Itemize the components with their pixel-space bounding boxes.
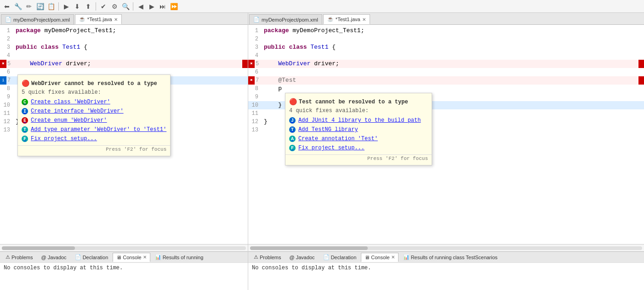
left-qf-item-4[interactable]: T Add type parameter 'WebDriver' to 'Tes…	[18, 125, 170, 134]
left-qf-item-2[interactable]: I Create interface 'WebDriver'	[18, 107, 170, 116]
right-tab-test1[interactable]: ☕ *Test1.java ✕	[323, 14, 370, 24]
right-qf-item-1[interactable]: J Add JUnit 4 library to the build path	[285, 116, 432, 125]
left-btab-results[interactable]: 📊 Results of running	[151, 253, 207, 262]
toolbar-btn-1[interactable]: ⬅	[2, 1, 12, 11]
left-gutter-7: i	[0, 76, 6, 85]
right-qf-item-4[interactable]: F Fix project setup...	[285, 143, 432, 153]
left-console-close[interactable]: ✕	[143, 255, 147, 260]
right-scrollbar-thumb	[250, 246, 368, 250]
left-line-5: ✖ 5 WebDriver driver;	[0, 60, 248, 68]
left-scrollbar-thumb	[2, 246, 75, 250]
pom-file-icon: 📄	[5, 17, 11, 23]
right-console-text: No consoles to display at this time.	[252, 265, 371, 271]
left-scrollbar[interactable]	[0, 244, 248, 251]
toolbar-btn-6[interactable]: ▶	[61, 1, 71, 11]
left-scrollbar-h[interactable]	[2, 246, 246, 250]
right-qf-error-text: Test cannot be resolved to a type	[299, 99, 408, 105]
right-tab-close[interactable]: ✕	[362, 17, 366, 22]
left-line-1: 1 package myDemoProject_Test1;	[0, 27, 248, 35]
left-tab-close[interactable]: ✕	[114, 17, 118, 22]
left-editor-panel: 📄 myDemoProject/pom.xml ☕ *Test1.java ✕ …	[0, 13, 248, 290]
toolbar-btn-8[interactable]: ⬆	[83, 1, 93, 11]
left-console-area: No consoles to display at this time.	[0, 262, 248, 290]
left-error-marker-5: ✖	[0, 60, 6, 68]
right-linenum-12: 12	[248, 118, 262, 126]
right-qf-icon-1: J	[289, 117, 296, 124]
right-scrollbar[interactable]	[248, 244, 644, 251]
left-btab-javadoc[interactable]: @ Javadoc	[37, 253, 70, 262]
left-linenum-8: 8	[0, 85, 14, 93]
right-quick-fix-popup[interactable]: 🔴 Test cannot be resolved to a type 4 qu…	[285, 93, 432, 165]
right-bottom-tab-bar: ⚠ Problems @ Javadoc 📄 Declaration 🖥 Con…	[248, 251, 644, 262]
left-linenum-3: 3	[0, 43, 14, 51]
left-code-area[interactable]: 1 package myDemoProject_Test1; 2 3 publi…	[0, 25, 248, 244]
right-line-4: 4	[248, 51, 644, 60]
toolbar-btn-2[interactable]: 🔧	[13, 1, 23, 11]
right-qf-icon-4: F	[289, 145, 296, 151]
right-linecontent-3: public class Test1 {	[262, 43, 644, 51]
right-qf-icon-3: A	[289, 136, 296, 142]
right-btab-declaration[interactable]: 📄 Declaration	[319, 253, 360, 262]
right-linenum-9: 9	[248, 93, 262, 101]
right-linenum-8: 8	[248, 85, 262, 93]
left-qf-item-1[interactable]: C Create class 'WebDriver'	[18, 97, 170, 107]
left-qf-icon-1: C	[22, 99, 28, 105]
left-linenum-4: 4	[0, 51, 14, 60]
left-tab-pom-label: myDemoProject/pom.xml	[13, 17, 70, 23]
left-linenum-12: 12	[0, 118, 14, 126]
right-line-5: ✖ 5 WebDriver driver;	[248, 60, 644, 68]
left-qf-icon-4: T	[22, 126, 28, 133]
toolbar-btn-13[interactable]: ▶	[147, 1, 157, 11]
right-btab-console[interactable]: 🖥 Console ✕	[361, 253, 398, 262]
left-tab-pom[interactable]: 📄 myDemoProject/pom.xml	[1, 14, 74, 24]
right-tab-bar: 📄 myDemoProject/pom.xml ☕ *Test1.java ✕	[248, 13, 644, 25]
left-console-text: No consoles to display at this time.	[4, 265, 123, 271]
right-tab-test1-label: *Test1.java	[336, 17, 360, 22]
left-quick-fix-popup[interactable]: 🔴 WebDriver cannot be resolved to a type…	[17, 74, 171, 156]
left-qf-icon-2: I	[22, 108, 28, 114]
left-qf-subheader: 5 quick fixes available:	[18, 88, 170, 97]
left-qf-item-3[interactable]: E Create enum 'WebDriver'	[18, 116, 170, 125]
toolbar-btn-9[interactable]: ✔	[98, 1, 108, 11]
toolbar-btn-12[interactable]: ◀	[136, 1, 146, 11]
right-btab-results[interactable]: 📊 Results of running class TestScenarios	[399, 253, 502, 262]
left-tab-test1[interactable]: ☕ *Test1.java ✕	[75, 14, 122, 24]
right-console-close[interactable]: ✕	[391, 255, 395, 260]
declaration-icon-left: 📄	[75, 254, 81, 260]
right-tab-pom[interactable]: 📄 myDemoProject/pom.xml	[249, 14, 322, 24]
left-linenum-1: 1	[0, 27, 14, 35]
left-linenum-11: 11	[0, 109, 14, 118]
javadoc-icon-left: @	[41, 255, 46, 260]
right-right-error-5	[638, 60, 644, 68]
toolbar-sep-2	[96, 2, 96, 11]
left-btab-console[interactable]: 🖥 Console ✕	[113, 253, 150, 262]
java-file-icon-left: ☕	[79, 16, 85, 23]
right-linenum-1: 1	[248, 27, 262, 35]
toolbar-btn-11[interactable]: 🔍	[120, 1, 131, 11]
right-scrollbar-h[interactable]	[250, 246, 642, 250]
left-qf-footer: Press 'F2' for focus	[18, 145, 170, 153]
right-error-marker-7: ✖	[248, 76, 255, 85]
toolbar-btn-7[interactable]: ⬇	[72, 1, 82, 11]
toolbar-btn-15[interactable]: ⏩	[169, 1, 179, 11]
declaration-icon-right: 📄	[323, 254, 330, 260]
right-code-area[interactable]: 1 package myDemoProject_Test1; 2 3 publi…	[248, 25, 644, 244]
right-qf-item-2[interactable]: T Add TestNG library	[285, 125, 432, 134]
javadoc-icon-right: @	[289, 255, 294, 260]
right-qf-error-icon: 🔴	[289, 98, 297, 106]
right-btab-javadoc[interactable]: @ Javadoc	[285, 253, 318, 262]
right-linecontent-1: package myDemoProject_Test1;	[262, 27, 644, 35]
toolbar-btn-4[interactable]: 🔄	[35, 1, 45, 11]
left-qf-error-icon: 🔴	[22, 80, 29, 87]
left-btab-problems[interactable]: ⚠ Problems	[2, 253, 36, 262]
toolbar-btn-5[interactable]: 📋	[46, 1, 56, 11]
toolbar-btn-14[interactable]: ⏭	[158, 1, 168, 11]
right-line-3: 3 public class Test1 {	[248, 43, 644, 51]
left-btab-declaration[interactable]: 📄 Declaration	[71, 253, 112, 262]
toolbar-btn-10[interactable]: ⚙	[109, 1, 120, 11]
toolbar-btn-3[interactable]: ✏	[24, 1, 34, 11]
left-tab-bar: 📄 myDemoProject/pom.xml ☕ *Test1.java ✕	[0, 13, 248, 25]
left-qf-item-5[interactable]: F Fix project setup...	[18, 134, 170, 143]
right-btab-problems[interactable]: ⚠ Problems	[250, 253, 285, 262]
right-qf-item-3[interactable]: A Create annotation 'Test'	[285, 134, 432, 143]
